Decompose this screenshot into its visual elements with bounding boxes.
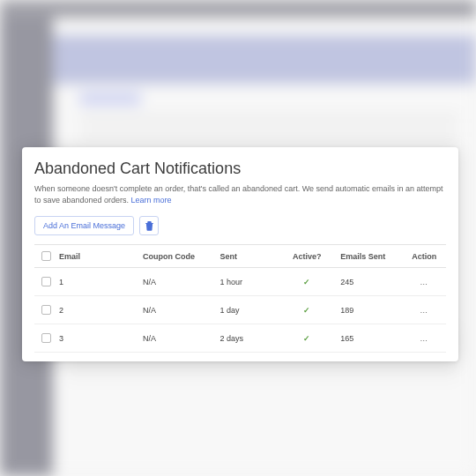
cell-coupon: N/A bbox=[143, 306, 216, 315]
cell-coupon: N/A bbox=[143, 278, 216, 286]
cell-coupon: N/A bbox=[143, 334, 216, 343]
col-emails-sent: Emails Sent bbox=[340, 252, 400, 261]
abandoned-cart-panel: Abandoned Cart Notifications When someon… bbox=[22, 147, 458, 361]
delete-button[interactable] bbox=[139, 216, 159, 235]
cell-email: 3 bbox=[59, 334, 139, 343]
table-header-row: Email Coupon Code Sent Active? Emails Se… bbox=[34, 244, 446, 268]
row-action-menu[interactable]: … bbox=[420, 306, 428, 315]
col-coupon: Coupon Code bbox=[143, 252, 216, 261]
cell-emails-sent: 245 bbox=[340, 278, 400, 286]
cell-emails-sent: 189 bbox=[340, 306, 400, 315]
cell-email: 1 bbox=[59, 278, 139, 286]
notifications-table: Email Coupon Code Sent Active? Emails Se… bbox=[34, 244, 446, 353]
check-icon: ✓ bbox=[303, 278, 310, 286]
learn-more-link[interactable]: Learn more bbox=[131, 196, 172, 205]
check-icon: ✓ bbox=[303, 334, 310, 343]
panel-description: When someone doesn't complete an order, … bbox=[34, 183, 446, 205]
cell-email: 2 bbox=[59, 306, 139, 315]
cell-sent: 1 hour bbox=[219, 278, 273, 286]
add-email-button[interactable]: Add An Email Message bbox=[34, 216, 134, 235]
panel-description-text: When someone doesn't complete an order, … bbox=[34, 184, 443, 205]
table-row: 2 N/A 1 day ✓ 189 … bbox=[34, 296, 446, 324]
select-all-checkbox[interactable] bbox=[41, 251, 51, 261]
row-action-menu[interactable]: … bbox=[420, 278, 428, 286]
cell-sent: 2 days bbox=[219, 334, 273, 343]
table-row: 3 N/A 2 days ✓ 165 … bbox=[34, 324, 446, 353]
row-checkbox[interactable] bbox=[41, 305, 51, 315]
trash-icon bbox=[145, 221, 153, 231]
panel-title: Abandoned Cart Notifications bbox=[34, 160, 446, 178]
toolbar: Add An Email Message bbox=[34, 216, 446, 235]
table-row: 1 N/A 1 hour ✓ 245 … bbox=[34, 268, 446, 296]
row-checkbox[interactable] bbox=[41, 277, 51, 286]
cell-emails-sent: 165 bbox=[340, 334, 400, 343]
row-action-menu[interactable]: … bbox=[420, 334, 428, 343]
col-active: Active? bbox=[277, 252, 337, 261]
row-checkbox[interactable] bbox=[41, 333, 51, 343]
col-action: Action bbox=[405, 252, 445, 261]
col-email: Email bbox=[59, 252, 139, 261]
col-sent: Sent bbox=[219, 252, 273, 261]
check-icon: ✓ bbox=[303, 306, 310, 315]
cell-sent: 1 day bbox=[219, 306, 273, 315]
